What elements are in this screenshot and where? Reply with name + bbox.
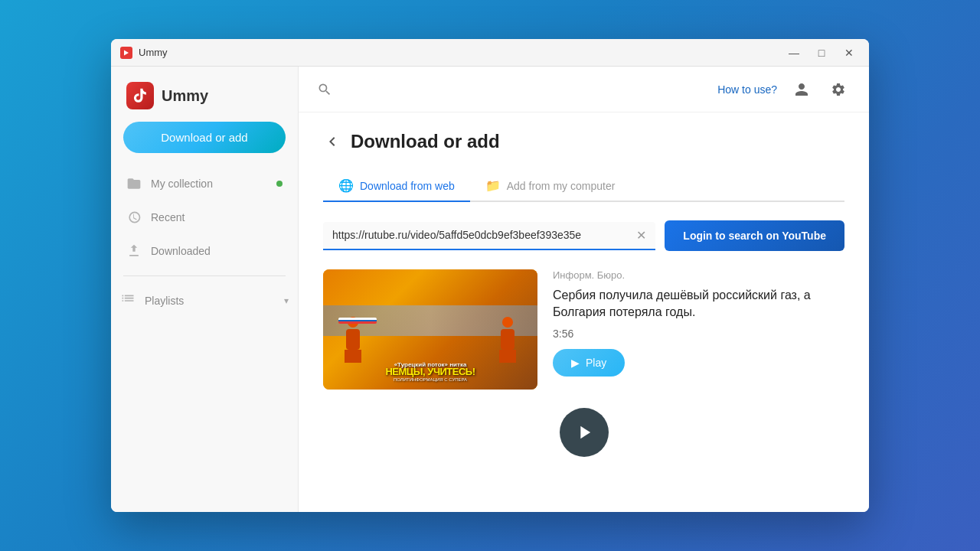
sidebar-item-label-recent: Recent — [151, 211, 185, 223]
search-button[interactable] — [317, 82, 332, 97]
play-button[interactable]: ▶ Play — [553, 349, 625, 377]
window-controls: — □ ✕ — [783, 42, 860, 64]
user-icon — [794, 82, 809, 97]
sidebar-item-recent[interactable]: Recent — [117, 202, 292, 233]
logo-icon — [126, 82, 154, 109]
player-play-button[interactable] — [560, 408, 609, 457]
back-icon — [323, 132, 341, 151]
video-channel: Информ. Бюро. — [553, 269, 844, 281]
player-play-icon — [573, 422, 595, 443]
how-to-link[interactable]: How to use? — [717, 83, 777, 96]
tab-computer-label: Add from my computer — [507, 180, 616, 192]
tab-web-label: Download from web — [360, 180, 455, 192]
minimize-button[interactable]: — — [783, 42, 805, 64]
playlists-chevron-icon: ▾ — [284, 295, 289, 306]
sidebar-item-my-collection[interactable]: My collection — [117, 168, 292, 199]
thumbnail-line2: НЕМЦЫ, УЧИТЕСЬ! — [323, 366, 537, 377]
play-icon: ▶ — [571, 357, 580, 369]
page-content: Download or add 🌐 Download from web 📁 Ad… — [299, 112, 869, 512]
thumbnail-inner: «Турецкий поток» нитка НЕМЦЫ, УЧИТЕСЬ! П… — [323, 269, 537, 390]
globe-icon: 🌐 — [338, 178, 354, 193]
sidebar-item-label-my-collection: My collection — [151, 178, 213, 190]
play-label: Play — [586, 357, 606, 369]
maximize-button[interactable]: □ — [811, 42, 832, 64]
maximize-icon: □ — [818, 47, 825, 59]
page-header: Download or add — [323, 131, 844, 152]
app-window: Ummy — □ ✕ Ummy Download — [111, 39, 869, 512]
clear-icon: ✕ — [636, 228, 646, 243]
main-layout: Ummy Download or add My collection Recen… — [111, 67, 869, 512]
page-title: Download or add — [351, 131, 500, 152]
video-card: «Турецкий поток» нитка НЕМЦЫ, УЧИТЕСЬ! П… — [323, 269, 844, 390]
user-button[interactable] — [789, 77, 814, 102]
sidebar-divider — [123, 276, 286, 276]
folder-icon — [126, 176, 142, 191]
title-bar: Ummy — □ ✕ — [111, 39, 869, 67]
svg-marker-0 — [124, 50, 129, 55]
thumbnail-line3: ПОЛИТИНФОРМАЦИЯ С СУПЕРА — [323, 377, 537, 382]
bottom-player — [323, 402, 844, 457]
flag-stripe — [338, 318, 377, 324]
thumbnail-bottom-overlay: НЕМЦЫ, УЧИТЕСЬ! ПОЛИТИНФОРМАЦИЯ С СУПЕРА — [323, 366, 537, 382]
content-area: How to use? — [299, 67, 869, 512]
tab-add-from-computer[interactable]: 📁 Add from my computer — [470, 171, 631, 202]
download-icon — [126, 243, 142, 259]
video-thumbnail: «Турецкий поток» нитка НЕМЦЫ, УЧИТЕСЬ! П… — [323, 269, 537, 390]
logo-text: Ummy — [162, 87, 208, 105]
sidebar-item-playlists[interactable]: Playlists ▾ — [111, 285, 298, 316]
figure-left — [342, 317, 364, 363]
minimize-icon: — — [789, 47, 799, 59]
sidebar-item-downloaded[interactable]: Downloaded — [117, 236, 292, 266]
download-or-add-button[interactable]: Download or add — [123, 122, 286, 153]
figure-right — [497, 317, 518, 363]
settings-icon — [831, 82, 846, 97]
settings-button[interactable] — [826, 77, 851, 102]
url-input-row: ✕ Login to search on YouTube — [323, 220, 844, 251]
search-icon — [317, 82, 332, 97]
sidebar-item-label-downloaded: Downloaded — [151, 245, 211, 257]
close-button[interactable]: ✕ — [838, 42, 860, 64]
tab-download-from-web[interactable]: 🌐 Download from web — [323, 171, 470, 202]
url-clear-button[interactable]: ✕ — [636, 228, 646, 243]
playlists-icon — [120, 293, 136, 308]
title-bar-text: Ummy — [139, 47, 783, 58]
video-title: Сербия получила дешёвый российский газ, … — [553, 287, 844, 321]
sidebar-nav: My collection Recent Downloaded — [111, 168, 298, 266]
sidebar: Ummy Download or add My collection Recen… — [111, 67, 299, 512]
top-bar: How to use? — [299, 67, 869, 112]
youtube-search-button[interactable]: Login to search on YouTube — [665, 220, 844, 251]
url-input[interactable] — [332, 229, 630, 241]
video-duration: 3:56 — [553, 328, 844, 340]
sidebar-logo: Ummy — [111, 67, 298, 122]
sidebar-item-label-playlists: Playlists — [145, 295, 184, 307]
app-icon — [120, 47, 132, 59]
video-info: Информ. Бюро. Сербия получила дешёвый ро… — [553, 269, 844, 377]
url-input-wrapper: ✕ — [323, 222, 655, 250]
clock-icon — [126, 210, 142, 225]
close-icon: ✕ — [844, 47, 854, 59]
tabs: 🌐 Download from web 📁 Add from my comput… — [323, 171, 844, 202]
back-button[interactable] — [323, 132, 341, 151]
computer-icon: 📁 — [485, 178, 501, 193]
collection-badge — [276, 181, 283, 187]
